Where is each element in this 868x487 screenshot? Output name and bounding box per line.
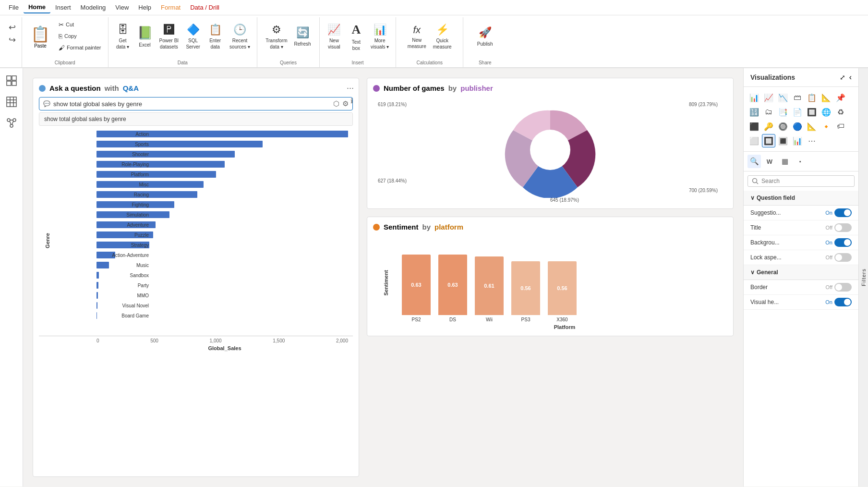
ribbon-chart-icon[interactable]: 🔸: [820, 120, 833, 133]
publish-button[interactable]: 🚀 Publish: [474, 19, 496, 54]
stacked-bar-icon[interactable]: 🗃: [791, 91, 804, 104]
filled-map-icon[interactable]: 🔵: [791, 120, 804, 133]
area-chart-icon[interactable]: 📉: [776, 91, 790, 104]
format-painter-button[interactable]: 🖌 Format painter: [56, 42, 104, 53]
svg-rect-3: [12, 81, 16, 85]
sql-server-button[interactable]: 🔷 SQLServer: [182, 19, 204, 54]
more-visuals-button[interactable]: 📊 Morevisuals ▾: [368, 19, 392, 54]
qna-icon[interactable]: 🔲: [762, 134, 775, 147]
format-section[interactable]: ∨ General: [744, 265, 858, 280]
new-visual-button[interactable]: 📈 Newvisual: [324, 19, 345, 54]
bar-chart-row: Adventure: [96, 220, 348, 229]
expand-icon[interactable]: ⤢: [840, 73, 845, 81]
bar-chart-row: Shooter: [96, 150, 348, 158]
search-input[interactable]: [761, 178, 850, 184]
menu-format[interactable]: Format: [156, 2, 185, 13]
info-button[interactable]: ℹ: [350, 97, 353, 105]
bar-chart-icon[interactable]: 📊: [747, 91, 761, 104]
multi-row-icon[interactable]: 🗂: [762, 105, 775, 119]
copy-button[interactable]: ⎘ Copy: [56, 31, 104, 41]
undo-button[interactable]: ↩: [8, 21, 17, 34]
new-measure-icon: fx: [413, 24, 421, 36]
sentiment-platform-label: PS3: [521, 317, 530, 322]
funnel-icon[interactable]: 🔑: [762, 120, 775, 133]
smart-narr-icon[interactable]: 🔳: [776, 134, 790, 147]
treemap-icon[interactable]: ⬛: [747, 120, 761, 133]
enter-data-icon: 📋: [209, 23, 222, 37]
model-view-icon: [6, 118, 17, 128]
viz-tool-more[interactable]: ▪: [794, 155, 807, 168]
table-icon[interactable]: 📋: [805, 91, 819, 104]
slicer-icon[interactable]: 📄: [791, 105, 804, 119]
more-visuals-label: Morevisuals ▾: [371, 37, 389, 50]
qa-search-input[interactable]: [53, 100, 333, 108]
report-view-button[interactable]: [3, 72, 20, 89]
quick-measure-button[interactable]: ⚡ Quickmeasure: [430, 19, 455, 54]
toggle-switch[interactable]: [834, 283, 852, 292]
model-view-button[interactable]: [3, 114, 20, 132]
card-icon[interactable]: 📑: [776, 105, 790, 119]
decomp-tree-icon[interactable]: 🏷: [834, 120, 847, 133]
format-options: ∨ Question fieldSuggestio...OnTitleOffBa…: [744, 191, 858, 310]
menu-file[interactable]: File: [4, 2, 24, 13]
quick-measure-label: Quickmeasure: [433, 37, 452, 50]
ai-visuals-icon[interactable]: ⬜: [747, 134, 761, 147]
donut-icon[interactable]: ♻: [834, 105, 847, 119]
svg-rect-4: [7, 97, 16, 107]
x-tick: 1,500: [273, 338, 285, 343]
qa-share-icon[interactable]: ⬡: [333, 99, 339, 108]
toggle-value: On: [825, 299, 832, 305]
viz-tool-text[interactable]: W: [763, 155, 776, 168]
format-section[interactable]: ∨ Question field: [744, 191, 858, 206]
menu-view[interactable]: View: [110, 2, 133, 13]
donut-label-627: 627 (18.44%): [378, 178, 407, 183]
cut-button[interactable]: ✂ Cut: [56, 19, 104, 30]
excel-button[interactable]: 📗 Excel: [134, 19, 156, 54]
new-measure-button[interactable]: fx Newmeasure: [405, 19, 429, 54]
qa-suggestion[interactable]: show total global sales by genre: [39, 112, 353, 126]
text-box-button[interactable]: A Textbox: [346, 19, 367, 54]
refresh-button[interactable]: 🔄 Refresh: [291, 19, 314, 54]
toggle-switch[interactable]: [834, 253, 852, 262]
collapse-panel-button[interactable]: ‹: [849, 73, 852, 82]
redo-button[interactable]: ↪: [8, 34, 17, 46]
viz-tool-search[interactable]: 🔍: [747, 155, 761, 168]
qa-visual-menu[interactable]: ···: [347, 83, 354, 93]
insert-group-label: Insert: [320, 60, 396, 65]
table-view-button[interactable]: [3, 93, 20, 110]
menu-modeling[interactable]: Modeling: [76, 2, 111, 13]
kpi-icon[interactable]: 🔢: [747, 105, 761, 119]
menu-help[interactable]: Help: [133, 2, 156, 13]
toggle-switch[interactable]: [834, 223, 852, 232]
transform-data-button[interactable]: ⚙ Transformdata ▾: [263, 19, 290, 54]
paste-button[interactable]: 📋 Paste: [26, 19, 55, 54]
toggle-switch[interactable]: [834, 298, 852, 306]
map-icon[interactable]: 🌐: [820, 105, 833, 119]
toggle-switch[interactable]: [834, 238, 852, 247]
power-bi-datasets-button[interactable]: 🅿 Power BIdatasets: [157, 19, 182, 54]
menu-insert[interactable]: Insert: [50, 2, 76, 13]
enter-data-button[interactable]: 📋 Enterdata: [205, 19, 226, 54]
filters-tab[interactable]: Filters: [858, 68, 868, 487]
line-chart-icon[interactable]: 📈: [762, 91, 775, 104]
menu-home[interactable]: Home: [24, 1, 50, 13]
scatter-icon[interactable]: 📌: [834, 91, 847, 104]
more-icon[interactable]: ⋯: [805, 134, 819, 147]
svg-line-16: [757, 183, 759, 184]
menu-data-drill[interactable]: Data / Drill: [185, 2, 224, 13]
format-option-row: Backgrou...On: [744, 235, 858, 250]
format-option-label: Backgrou...: [750, 239, 780, 246]
matrix-icon[interactable]: 📐: [820, 91, 833, 104]
waterfall-icon[interactable]: 📐: [805, 120, 819, 133]
toggle-switch[interactable]: [834, 208, 852, 217]
bar-label: Action-Adventure: [96, 253, 152, 258]
qa-settings-icon[interactable]: ⚙: [342, 99, 349, 108]
viz-tool-grid[interactable]: ▦: [778, 155, 792, 168]
sentiment-title-platform: platform: [434, 223, 463, 231]
gauge-icon[interactable]: 🔘: [776, 120, 790, 133]
recent-sources-button[interactable]: 🕒 Recentsources ▾: [227, 19, 253, 54]
paginated-icon[interactable]: 📊: [791, 134, 804, 147]
get-data-button[interactable]: 🗄 Getdata ▾: [112, 19, 133, 54]
shape-icon[interactable]: 🔲: [805, 105, 819, 119]
format-option-label: Suggestio...: [750, 209, 781, 216]
